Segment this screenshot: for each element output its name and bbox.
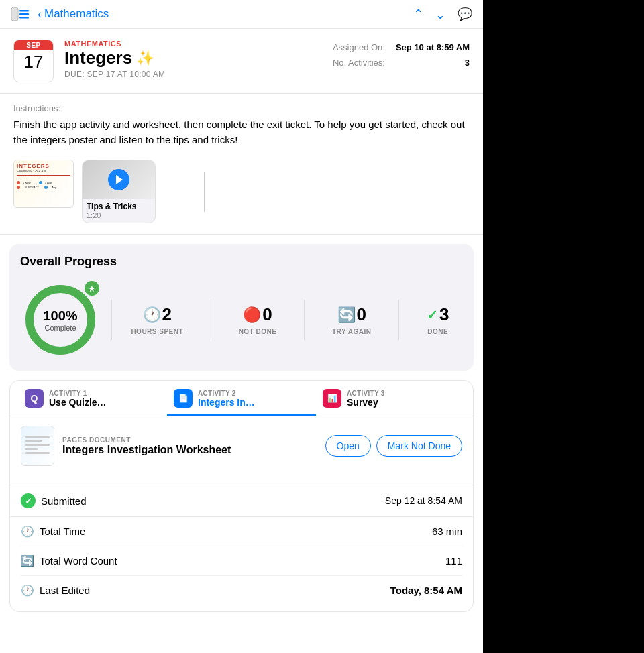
svg-rect-0 bbox=[11, 7, 18, 21]
try-again-icon: 🔄 bbox=[337, 306, 356, 324]
back-button[interactable]: ‹ Mathematics bbox=[38, 7, 109, 21]
doc-line-1 bbox=[25, 436, 50, 438]
nav-left: ‹ Mathematics bbox=[11, 7, 109, 21]
progress-title: Overall Progress bbox=[20, 255, 463, 269]
submitted-row: ✓ Submitted Sep 12 at 8:54 AM bbox=[10, 485, 473, 517]
stat-hours-value: 🕐 2 bbox=[143, 304, 172, 325]
stat-divider-3 bbox=[398, 300, 399, 340]
progress-section: Overall Progress 100% Complete ★ bbox=[9, 244, 474, 371]
assignment-title-text: Integers bbox=[64, 48, 132, 68]
doc-name: Integers Investigation Worksheet bbox=[62, 444, 317, 456]
done-label: DONE bbox=[427, 328, 448, 335]
word-count-label: Total Word Count bbox=[40, 555, 117, 567]
submitted-left: ✓ Submitted bbox=[21, 493, 87, 508]
total-time-row: 🕐 Total Time 63 min bbox=[21, 517, 462, 546]
tab3-number: ACTIVITY 3 bbox=[347, 390, 385, 397]
calendar-icon: SEP 17 bbox=[13, 40, 54, 82]
tab-activity-1[interactable]: Q ACTIVITY 1 Use Quizlet for... bbox=[18, 381, 167, 416]
done-number: 3 bbox=[439, 304, 449, 325]
svg-rect-2 bbox=[19, 13, 29, 15]
doc-actions: Open Mark Not Done bbox=[325, 435, 462, 457]
doc-row: PAGES DOCUMENT Integers Investigation Wo… bbox=[21, 426, 462, 466]
video-title: Tips & Tricks bbox=[87, 202, 151, 211]
activities-value: 3 bbox=[465, 58, 470, 68]
last-edited-label: Last Edited bbox=[40, 585, 90, 596]
top-nav: ‹ Mathematics ⌃ ⌃ 💬 bbox=[0, 0, 483, 29]
instructions-section: Instructions: Finish the app activity an… bbox=[0, 94, 483, 154]
last-edited-icon: 🕐 bbox=[21, 584, 34, 597]
stat-done-value: ✓ 3 bbox=[427, 304, 449, 325]
calendar-month: SEP bbox=[14, 40, 53, 50]
calendar-body: 17 bbox=[14, 50, 53, 73]
stat-try-again: 🔄 0 TRY AGAIN bbox=[332, 304, 372, 335]
mark-not-done-button[interactable]: Mark Not Done bbox=[376, 435, 462, 457]
integers-poster[interactable]: INTEGERS EXAMPLE: -3 + 4 = 1 + ADD + App… bbox=[13, 160, 74, 208]
due-date: DUE: SEP 17 AT 10:00 AM bbox=[64, 70, 322, 79]
play-icon bbox=[116, 175, 123, 184]
activity-detail: PAGES DOCUMENT Integers Investigation Wo… bbox=[10, 416, 473, 485]
total-time-left: 🕐 Total Time bbox=[21, 525, 85, 538]
sidebar-toggle-button[interactable] bbox=[11, 7, 30, 21]
play-button[interactable] bbox=[108, 169, 129, 190]
tab2-number: ACTIVITY 2 bbox=[198, 390, 258, 397]
tab3-name: Survey bbox=[347, 397, 385, 408]
submitted-date: Sep 12 at 8:54 AM bbox=[385, 495, 462, 506]
poster-title: INTEGERS bbox=[17, 163, 70, 169]
doc-line-2 bbox=[25, 440, 42, 442]
tab1-number: ACTIVITY 1 bbox=[49, 390, 109, 397]
quizlet-icon: Q bbox=[25, 389, 44, 408]
total-time-value: 63 min bbox=[432, 526, 462, 537]
donut-center: 100% Complete bbox=[43, 308, 77, 332]
assigned-on-row: Assigned On: Sep 10 at 8:59 AM bbox=[333, 42, 470, 52]
tab3-text: ACTIVITY 3 Survey bbox=[347, 390, 385, 408]
word-count-row: 🔄 Total Word Count 111 bbox=[21, 546, 462, 576]
video-duration: 1:20 bbox=[87, 211, 151, 219]
star-badge: ★ bbox=[85, 281, 99, 296]
tips-tricks-video[interactable]: Tips & Tricks 1:20 bbox=[82, 160, 156, 223]
try-again-label: TRY AGAIN bbox=[332, 328, 372, 335]
svg-rect-1 bbox=[19, 10, 29, 12]
assigned-on-value: Sep 10 at 8:59 AM bbox=[396, 42, 470, 52]
comment-icon[interactable]: 💬 bbox=[458, 7, 472, 21]
activities-row: No. Activities: 3 bbox=[333, 58, 470, 68]
doc-thumbnail bbox=[21, 426, 54, 466]
tab2-text: ACTIVITY 2 Integers Investi... bbox=[198, 390, 258, 408]
stat-hours: 🕐 2 HOURS SPENT bbox=[131, 304, 183, 335]
assignment-title: Integers ✨ bbox=[64, 48, 322, 68]
submitted-label: Submitted bbox=[41, 495, 87, 507]
svg-rect-3 bbox=[19, 17, 29, 19]
last-edited-left: 🕐 Last Edited bbox=[21, 584, 90, 597]
instructions-label: Instructions: bbox=[13, 103, 470, 113]
done-icon: ✓ bbox=[427, 307, 438, 323]
subject-label: MATHEMATICS bbox=[64, 40, 322, 48]
pages-icon: 📄 bbox=[174, 389, 193, 408]
progress-content: 100% Complete ★ 🕐 2 HOURS SPENT bbox=[20, 280, 463, 360]
last-edited-value: Today, 8:54 AM bbox=[390, 585, 462, 596]
poster-content: INTEGERS EXAMPLE: -3 + 4 = 1 + ADD + App… bbox=[14, 160, 73, 207]
donut-chart: 100% Complete ★ bbox=[20, 280, 101, 360]
open-button[interactable]: Open bbox=[325, 435, 371, 457]
word-count-icon: 🔄 bbox=[21, 554, 34, 567]
survey-icon: 📊 bbox=[323, 389, 341, 408]
donut-label: Complete bbox=[43, 324, 77, 332]
tab-activity-2[interactable]: 📄 ACTIVITY 2 Integers Investi... bbox=[167, 381, 316, 416]
clock-icon: 🕐 bbox=[143, 306, 161, 324]
video-thumbnail bbox=[83, 160, 155, 199]
not-done-label: NOT DONE bbox=[239, 328, 277, 335]
stat-not-done-value: 🔴 0 bbox=[243, 304, 272, 325]
doc-thumb-lines bbox=[25, 436, 50, 456]
calendar-day: 17 bbox=[14, 53, 53, 70]
doc-line-5 bbox=[25, 452, 50, 454]
assignment-header: SEP 17 MATHEMATICS Integers ✨ DUE: SEP 1… bbox=[0, 29, 483, 94]
submitted-check-icon: ✓ bbox=[21, 493, 36, 508]
activities-tabs: Q ACTIVITY 1 Use Quizlet for... 📄 ACTIVI… bbox=[10, 381, 473, 416]
chevron-up-icon[interactable]: ⌃ bbox=[413, 7, 423, 21]
last-edited-row: 🕐 Last Edited Today, 8:54 AM bbox=[21, 576, 462, 605]
tab-activity-3[interactable]: 📊 ACTIVITY 3 Survey bbox=[316, 381, 465, 416]
video-info: Tips & Tricks 1:20 bbox=[83, 199, 155, 223]
tab2-name: Integers Investi... bbox=[198, 397, 258, 408]
chevron-down-icon[interactable]: ⌃ bbox=[435, 7, 445, 21]
hours-number: 2 bbox=[162, 304, 172, 325]
stat-try-again-value: 🔄 0 bbox=[337, 304, 366, 325]
instructions-text: Finish the app activity and worksheet, t… bbox=[13, 117, 470, 147]
